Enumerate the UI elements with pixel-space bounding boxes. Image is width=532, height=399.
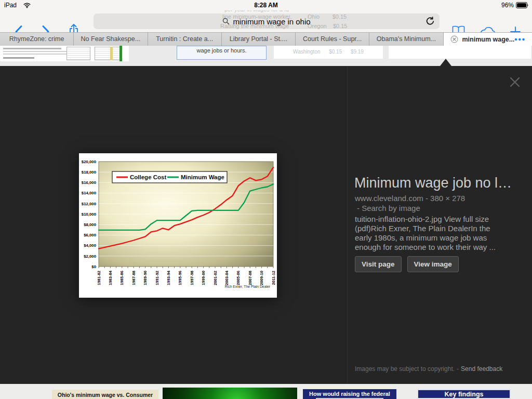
tab-minimum-wage-active[interactable]: minimum wage... ••• [444, 33, 532, 46]
text-smudge [3, 57, 34, 59]
svg-text:$6,000: $6,000 [84, 233, 97, 237]
svg-text:1997-98: 1997-98 [190, 271, 194, 285]
svg-text:$4,000: $4,000 [84, 243, 97, 248]
battery-percent-label: 96% [501, 2, 514, 9]
search-query-text: minimum wage in ohio [233, 17, 310, 26]
page-callout-box: wage jobs or hours. [177, 46, 267, 60]
tab-close-icon[interactable] [450, 35, 458, 43]
search-icon [222, 18, 230, 25]
tab-turnitin[interactable]: Turnitin : Create a... [148, 33, 222, 46]
svg-text:1995-96: 1995-96 [178, 271, 182, 285]
visit-page-button[interactable]: Visit page [355, 256, 402, 272]
refresh-icon[interactable] [425, 17, 434, 26]
copyright-footer: Images may be subject to copyright.-Send… [355, 365, 502, 373]
tab-bar: RhymeZone: crime No Fear Shakespe... Tur… [0, 32, 532, 46]
text-smudge [3, 48, 61, 49]
battery-status: 96% [501, 2, 529, 9]
svg-text:2007-08: 2007-08 [248, 271, 252, 285]
svg-text:2009-10: 2009-10 [259, 271, 264, 285]
svg-text:Rich Exner, The Plain Dealer: Rich Exner, The Plain Dealer [225, 285, 271, 288]
result-title[interactable]: Minimum wage job no l… [354, 175, 528, 191]
svg-text:$14,000: $14,000 [82, 191, 97, 195]
active-tab-label: minimum wage... [462, 36, 515, 43]
search-by-image-link[interactable]: - Search by image [357, 204, 420, 212]
status-bar: iPad 8:28 AM 96% [0, 0, 532, 10]
page-thumbnail-blank [389, 46, 531, 59]
clock: 8:28 AM [0, 2, 532, 9]
page-thumbnail-tables [0, 46, 129, 61]
svg-text:$10,000: $10,000 [82, 212, 97, 217]
svg-text:1981-82: 1981-82 [97, 271, 101, 285]
results-thumbnail-strip: Ohio's minimum wage vs. Consumer Price I… [0, 384, 532, 399]
page-content-strip: wage jobs or hours. Washington $0.15 $9.… [0, 46, 532, 66]
svg-text:$18,000: $18,000 [82, 170, 97, 175]
svg-text:College Cost: College Cost [130, 174, 166, 180]
svg-text:1983-84: 1983-84 [108, 270, 113, 285]
battery-icon [516, 2, 529, 8]
tab-library-portal[interactable]: Library Portal - St.... [222, 33, 296, 46]
svg-text:$2,000: $2,000 [84, 254, 97, 259]
tab-overflow-icon[interactable]: ••• [514, 35, 526, 44]
result-description: tuition-inflation-ohio-2.jpg View full s… [355, 215, 509, 252]
svg-text:1999-00: 1999-00 [201, 271, 206, 285]
svg-text:1991-92: 1991-92 [155, 271, 159, 285]
send-feedback-link[interactable]: Send feedback [461, 365, 502, 373]
thumbnail-caption: How would raising the federal [309, 391, 390, 397]
result-actions: Visit page View image [355, 256, 459, 272]
view-image-button[interactable]: View image [407, 256, 459, 272]
browser-toolbar: per year in wages for a fu line minimum-… [0, 10, 532, 32]
tuition-vs-wage-chart: $0$2,000$4,000$6,000$8,000$10,000$12,000… [79, 153, 277, 298]
tab-obamas-minimum[interactable]: Obama's Minimum... [369, 33, 443, 46]
tab-no-fear-shakespeare[interactable]: No Fear Shakespe... [74, 33, 148, 46]
search-input[interactable]: minimum wage in ohio [94, 14, 440, 29]
svg-text:$20,000: $20,000 [82, 159, 97, 164]
thumbnail-ohio-cpi[interactable]: Ohio's minimum wage vs. Consumer Price I… [52, 390, 158, 399]
mini-table-thumbnail [66, 47, 90, 60]
svg-text:2001-02: 2001-02 [213, 271, 218, 285]
svg-text:$0: $0 [91, 264, 96, 269]
tab-court-rules[interactable]: Court Rules - Supr... [296, 33, 369, 46]
svg-text:1989-90: 1989-90 [143, 271, 148, 285]
copyright-text: Images may be subject to copyright. [355, 365, 455, 373]
table-green-stripe [119, 46, 122, 61]
table-highlight-stripe [110, 47, 113, 60]
svg-text:2005-06: 2005-06 [236, 271, 241, 285]
image-preview-overlay: $0$2,000$4,000$6,000$8,000$10,000$12,000… [0, 66, 532, 384]
svg-text:2003-04: 2003-04 [224, 270, 229, 285]
image-details-panel: Minimum wage job no l… www.cleveland.com… [347, 66, 532, 384]
svg-text:$8,000: $8,000 [84, 222, 97, 227]
thumbnail-federal-raise[interactable]: How would raising the federal [303, 389, 396, 399]
svg-text:1987-88: 1987-88 [131, 271, 136, 285]
result-source: www.cleveland.com - 380 × 278 [355, 194, 465, 203]
thumbnail-key-findings[interactable]: Key findings [417, 389, 511, 399]
mini-table-thumbnail [95, 47, 122, 60]
page-thumbnail-table: Washington $0.15 $9.19 [274, 46, 383, 59]
svg-text:2011-12: 2011-12 [271, 271, 276, 285]
tab-rhymezone[interactable]: RhymeZone: crime [0, 33, 74, 46]
thumbnail-money-image[interactable] [163, 388, 297, 399]
svg-text:1985-86: 1985-86 [119, 271, 124, 285]
svg-text:$12,000: $12,000 [82, 202, 97, 206]
preview-caret [440, 59, 451, 66]
preview-image-chart[interactable]: $0$2,000$4,000$6,000$8,000$10,000$12,000… [79, 153, 277, 298]
svg-text:1993-94: 1993-94 [166, 270, 171, 285]
svg-text:Minimum Wage: Minimum Wage [181, 174, 224, 180]
svg-text:$16,000: $16,000 [82, 180, 97, 185]
